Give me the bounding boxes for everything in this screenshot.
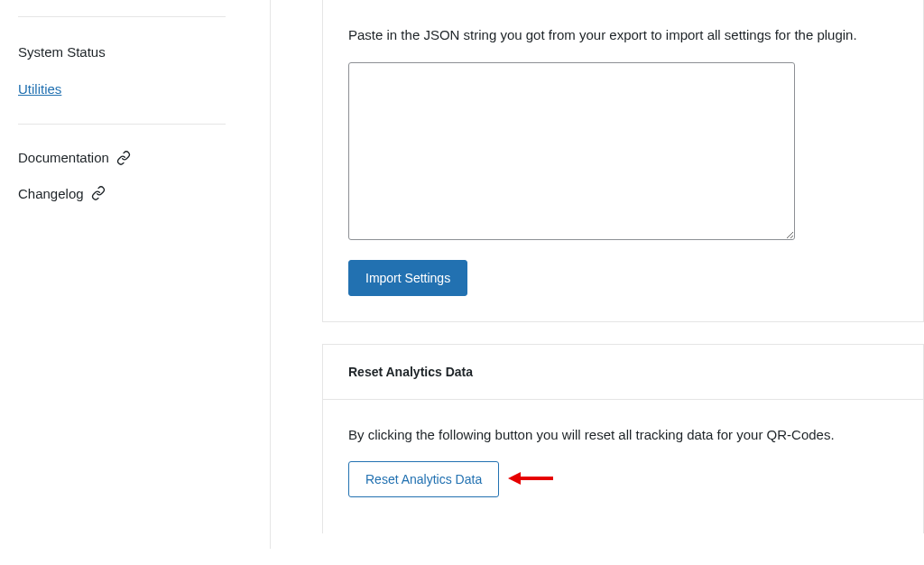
import-json-textarea[interactable] bbox=[348, 62, 795, 240]
sidebar-link-label: Changelog bbox=[18, 186, 84, 201]
import-description: Paste in the JSON string you got from yo… bbox=[348, 25, 898, 46]
annotation-arrow-icon bbox=[508, 468, 553, 492]
external-link-icon bbox=[116, 151, 131, 168]
sidebar-link-changelog[interactable]: Changelog bbox=[18, 177, 252, 213]
sidebar-link-label: Documentation bbox=[18, 150, 109, 165]
sidebar-link-documentation[interactable]: Documentation bbox=[18, 141, 252, 177]
reset-analytics-panel: Reset Analytics Data By clicking the fol… bbox=[322, 344, 924, 534]
reset-analytics-body: By clicking the following button you wil… bbox=[323, 400, 923, 534]
reset-analytics-title: Reset Analytics Data bbox=[323, 345, 923, 400]
sidebar-divider bbox=[18, 16, 226, 17]
reset-description: By clicking the following button you wil… bbox=[348, 425, 898, 446]
main-content: Paste in the JSON string you got from yo… bbox=[322, 0, 924, 565]
reset-analytics-button[interactable]: Reset Analytics Data bbox=[348, 461, 499, 497]
import-settings-button[interactable]: Import Settings bbox=[348, 260, 467, 296]
sidebar-item-system-status[interactable]: System Status bbox=[18, 33, 252, 70]
svg-marker-1 bbox=[508, 472, 521, 485]
external-link-icon bbox=[91, 186, 106, 203]
import-settings-panel: Paste in the JSON string you got from yo… bbox=[322, 0, 924, 322]
sidebar-divider bbox=[18, 124, 226, 125]
sidebar-item-utilities[interactable]: Utilities bbox=[18, 70, 252, 107]
settings-sidebar: System Status Utilities Documentation Ch… bbox=[0, 0, 271, 549]
